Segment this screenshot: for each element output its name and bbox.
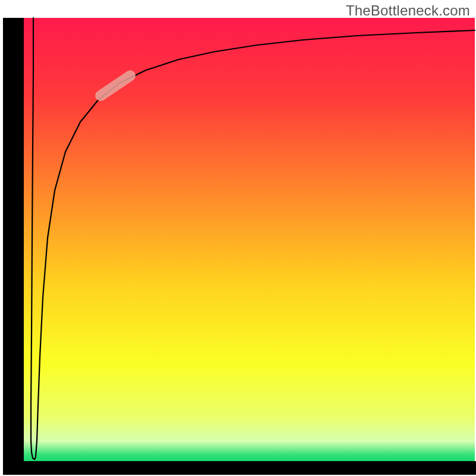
y-axis	[3, 18, 24, 475]
chart-svg	[0, 0, 476, 476]
plot-area	[24, 18, 475, 461]
chart-stage: TheBottleneck.com	[0, 0, 476, 476]
watermark-text: TheBottleneck.com	[346, 2, 470, 19]
x-axis	[3, 461, 476, 475]
